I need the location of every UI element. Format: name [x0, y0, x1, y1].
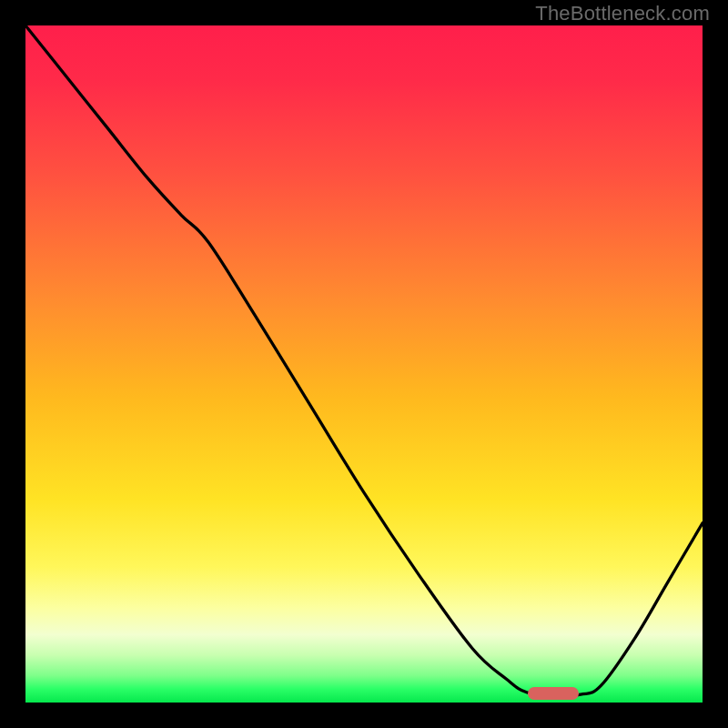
- chart-frame: [25, 25, 703, 703]
- chart-curve-svg: [25, 25, 703, 703]
- watermark-text: TheBottleneck.com: [535, 2, 710, 25]
- bottleneck-curve: [25, 25, 703, 696]
